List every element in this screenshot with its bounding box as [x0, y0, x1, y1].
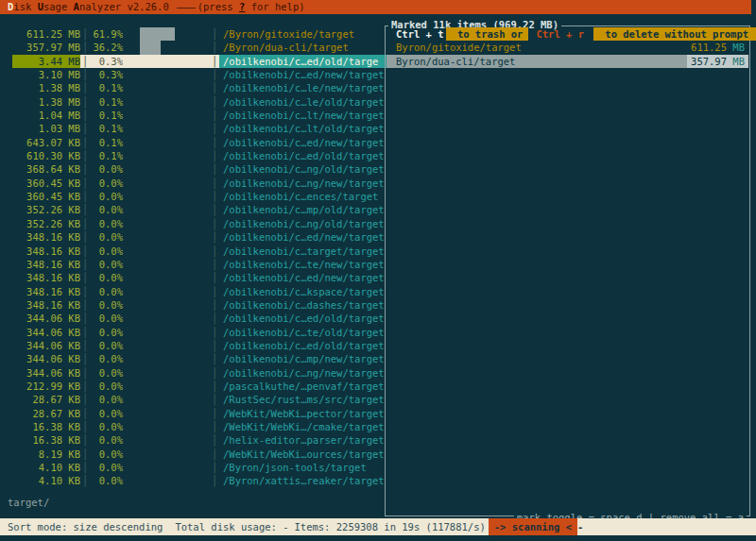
list-row[interactable]: 4.10 KB│0.0%│/Byron/xattis…reaker/target	[0, 474, 389, 487]
list-row[interactable]: 3.44 MB│0.3%│/obilkenobi/c…ed/old/targe	[0, 55, 389, 68]
list-row[interactable]: 212.99 KB│0.0%│/pascalkuthe/…penvaf/targ…	[0, 380, 389, 393]
usage-bar-zone	[123, 366, 210, 380]
list-row[interactable]: 8.19 KB│0.0%│/WebKit/WebKi…ources/target	[0, 448, 389, 461]
list-row[interactable]: 348.16 KB│0.0%│/obilkenobi/c…te/new/targ…	[0, 258, 389, 271]
list-row[interactable]: 368.64 KB│0.0%│/obilkenobi/c…ng/old/targ…	[0, 162, 389, 176]
entry-percentage: 0.0%	[90, 230, 123, 244]
list-row[interactable]: 1.04 MB│0.1%│/obilkenobi/c…lt/new/target	[0, 109, 389, 122]
usage-bar-zone	[123, 41, 210, 54]
column-separator: │	[80, 41, 90, 54]
list-row[interactable]: 611.25 MB│61.9%│/Byron/gitoxide/target	[0, 27, 389, 41]
entry-percentage: 0.0%	[90, 352, 123, 365]
title-version: nalyzer v2.26.0	[79, 1, 169, 12]
list-row[interactable]: 352.26 KB│0.0%│/obilkenobi/c…mp/old/targ…	[0, 203, 389, 216]
list-row[interactable]: 28.67 KB│0.0%│/RustSec/rust…ms/src/targe…	[0, 393, 389, 406]
entry-size: 212.99 KB	[12, 380, 80, 393]
entry-size: 1.04 MB	[12, 109, 80, 122]
entry-size: 348.16 KB	[12, 271, 80, 284]
entry-path: /WebKit/WebKi…ources/target	[219, 448, 389, 461]
list-row[interactable]: 1.38 MB│0.1%│/obilkenobi/c…le/old/target	[0, 95, 389, 109]
usage-bar-zone	[123, 407, 210, 420]
list-row[interactable]: 348.16 KB│0.0%│/obilkenobi/c…kspace/targ…	[0, 285, 389, 298]
list-row[interactable]: 344.06 KB│0.0%│/obilkenobi/c…ed/old/targ…	[0, 312, 389, 325]
column-separator: │	[80, 474, 90, 487]
column-separator: │	[210, 393, 219, 406]
entry-percentage: 0.1%	[90, 95, 123, 109]
list-row[interactable]: 352.26 KB│0.0%│/obilkenobi/c…ng/old/targ…	[0, 217, 389, 230]
entry-path: /obilkenobi/c…ed/new/target	[219, 230, 389, 244]
column-separator: │	[210, 27, 219, 41]
column-separator: │	[210, 474, 219, 487]
entry-size: 368.64 KB	[12, 162, 80, 176]
marked-item-row[interactable]: Byron/dua-cli/target357.97 MB	[387, 55, 748, 68]
usage-bar-zone	[123, 81, 210, 94]
usage-bar-zone	[123, 339, 210, 352]
list-row[interactable]: 344.06 KB│0.0%│/obilkenobi/c…ed/old/targ…	[0, 339, 389, 352]
entry-path: /obilkenobi/c…target/target	[219, 245, 389, 258]
marked-item-size-number: 357.97	[691, 56, 732, 67]
list-row[interactable]: 348.16 KB│0.0%│/obilkenobi/c…ed/new/targ…	[0, 271, 389, 284]
usage-bar-zone	[123, 122, 210, 135]
column-separator: │	[210, 68, 219, 81]
entry-path: /helix-editor…parser/target	[219, 433, 389, 447]
column-separator: │	[80, 68, 90, 81]
column-separator: │	[80, 380, 90, 393]
list-row[interactable]: 360.45 KB│0.0%│/obilkenobi/c…ences/targe…	[0, 190, 389, 203]
entry-percentage: 0.0%	[90, 448, 123, 461]
entry-path: /obilkenobi/c…ed/new/target	[219, 136, 389, 149]
column-separator: │	[80, 136, 90, 149]
list-row[interactable]: 360.45 KB│0.0%│/obilkenobi/c…ng/new/targ…	[0, 177, 389, 190]
list-row[interactable]: 348.16 KB│0.0%│/obilkenobi/c…ed/new/targ…	[0, 230, 389, 244]
disk-usage-analyzer-app: Disk Usage Analyzer v2.26.0(press ? for …	[0, 0, 756, 541]
entry-path: /WebKit/WebKi…/cmake/target	[219, 420, 389, 433]
list-row[interactable]: 344.06 KB│0.0%│/obilkenobi/c…te/old/targ…	[0, 326, 389, 339]
entry-path: /obilkenobi/c…te/new/target	[219, 258, 389, 271]
entry-percentage: 0.3%	[90, 68, 123, 81]
entry-path: /Byron/dua-cli/target	[219, 41, 389, 54]
entry-percentage: 0.0%	[90, 217, 123, 230]
entry-path: /RustSec/rust…ms/src/target	[219, 393, 389, 406]
marked-items-pane: Marked 11k items (969.22 MB) Ctrl + t to…	[385, 25, 750, 516]
list-row[interactable]: 357.97 MB│36.2%│/Byron/dua-cli/target	[0, 41, 389, 54]
list-row[interactable]: 344.06 KB│0.0%│/obilkenobi/c…ng/new/targ…	[0, 366, 389, 380]
list-row[interactable]: 1.38 MB│0.1%│/obilkenobi/c…le/new/target	[0, 81, 389, 94]
help-hint-prefix: (press	[198, 1, 239, 12]
entry-percentage: 0.0%	[90, 474, 123, 487]
column-separator: │	[80, 203, 90, 216]
column-separator: │	[80, 312, 90, 325]
list-row[interactable]: 4.10 KB│0.0%│/Byron/json-tools/target	[0, 461, 389, 474]
column-separator: │	[80, 27, 90, 41]
entry-path: /Byron/gitoxide/target	[219, 27, 389, 41]
column-separator: │	[210, 122, 219, 135]
list-row[interactable]: 643.07 KB│0.1%│/obilkenobi/c…ed/new/targ…	[0, 136, 389, 149]
list-row[interactable]: 28.67 KB│0.0%│/WebKit/WebKi…pector/targe…	[0, 407, 389, 420]
marked-item-row[interactable]: Byron/gitoxide/target611.25 MB	[387, 41, 748, 54]
column-separator: │	[80, 109, 90, 122]
column-separator: │	[80, 433, 90, 447]
entry-size: 348.16 KB	[12, 258, 80, 271]
list-row[interactable]: 3.10 MB│0.3%│/obilkenobi/c…ed/new/target	[0, 68, 389, 81]
list-row[interactable]: 16.38 KB│0.0%│/WebKit/WebKi…/cmake/targe…	[0, 420, 389, 433]
column-separator: │	[210, 420, 219, 433]
column-separator: │	[210, 41, 219, 54]
entry-percentage: 0.0%	[90, 461, 123, 474]
title-word-1: isk	[13, 1, 37, 12]
entry-path: /obilkenobi/c…ed/old/target	[219, 149, 389, 162]
entry-size: 8.19 KB	[12, 448, 80, 461]
list-row[interactable]: 348.16 KB│0.0%│/obilkenobi/c…target/targ…	[0, 245, 389, 258]
entry-path: /obilkenobi/c…te/old/target	[219, 326, 389, 339]
delete-hint-label: to delete without prompt	[593, 27, 756, 41]
column-separator: │	[80, 461, 90, 474]
list-row[interactable]: 344.06 KB│0.0%│/obilkenobi/c…mp/new/targ…	[0, 352, 389, 365]
column-separator: │	[80, 230, 90, 244]
entry-size: 3.44 MB	[12, 55, 80, 68]
marked-item-size-number: 611.25	[691, 42, 732, 53]
column-separator: │	[210, 433, 219, 447]
list-row[interactable]: 1.03 MB│0.1%│/obilkenobi/c…lt/old/target	[0, 122, 389, 135]
entry-path: /obilkenobi/c…mp/new/target	[219, 352, 389, 365]
column-separator: │	[80, 326, 90, 339]
list-row[interactable]: 348.16 KB│0.0%│/obilkenobi/c…dashes/targ…	[0, 298, 389, 312]
entry-path: /Byron/json-tools/target	[219, 461, 389, 474]
list-row[interactable]: 16.38 KB│0.0%│/helix-editor…parser/targe…	[0, 433, 389, 447]
list-row[interactable]: 610.30 KB│0.1%│/obilkenobi/c…ed/old/targ…	[0, 149, 389, 162]
